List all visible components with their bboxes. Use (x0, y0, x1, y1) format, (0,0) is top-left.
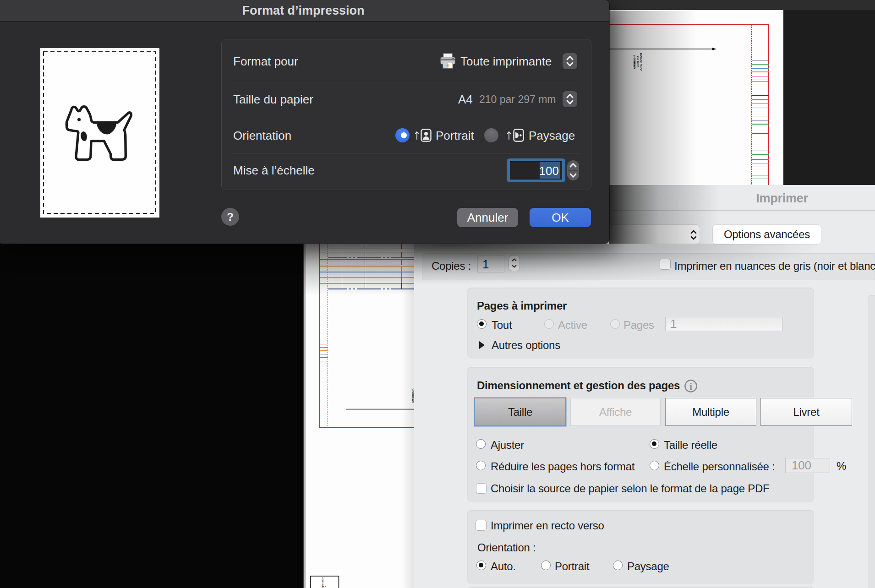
svg-text:gression: gression (321, 577, 324, 588)
svg-text:i: i (689, 381, 692, 392)
